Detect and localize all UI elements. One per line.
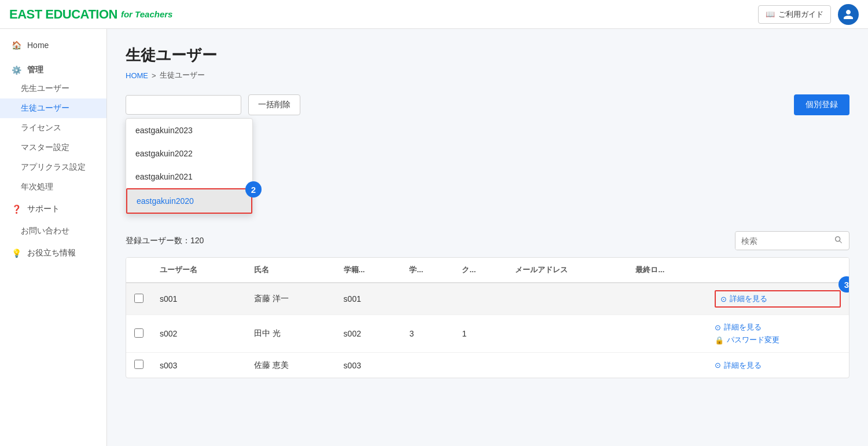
avatar-button[interactable] (838, 4, 859, 25)
row1-gaku (401, 283, 454, 315)
register-button[interactable]: 個別登録 (794, 94, 849, 115)
row1-action-links: ⊙ 詳細を見る (715, 290, 841, 308)
support-icon: ❓ (12, 204, 21, 214)
row1-checkbox-cell (126, 283, 152, 315)
user-count: 登録ユーザー数：120 (126, 236, 204, 246)
col-name: 氏名 (246, 258, 335, 283)
user-table: ユーザー名 氏名 学籍... 学... ク... メールアドレス 最終ロ... (126, 258, 849, 378)
guide-label: ご利用ガイド (778, 9, 823, 20)
row3-gakuseki: s003 (336, 353, 402, 378)
row3-fullname: 佐藤 恵美 (246, 353, 335, 378)
kanri-icon: ⚙️ (12, 65, 21, 75)
appclass-label: アプリクラス設定 (21, 162, 86, 171)
sidebar-item-home[interactable]: 🏠 Home (0, 34, 106, 57)
row1-email (507, 283, 628, 315)
sidebar-item-useful[interactable]: 💡 お役立ち情報 (0, 241, 106, 265)
sidebar-home-label: Home (27, 41, 49, 50)
sidebar-item-master[interactable]: マスター設定 (0, 138, 106, 158)
row2-checkbox-cell (126, 315, 152, 353)
sidebar-item-appclass[interactable]: アプリクラス設定 (0, 158, 106, 177)
col-username: ユーザー名 (152, 258, 246, 283)
sidebar-item-contact[interactable]: お問い合わせ (0, 221, 106, 241)
page-title: 生徒ユーザー (126, 45, 849, 65)
col-gaku: 学... (401, 258, 454, 283)
table-header: ユーザー名 氏名 学籍... 学... ク... メールアドレス 最終ロ... (126, 258, 849, 283)
row3-action-links: ⊙ 詳細を見る (715, 360, 841, 371)
breadcrumb-sep: > (152, 71, 156, 80)
row2-actions: ⊙ 詳細を見る 🔒 パスワード変更 (707, 315, 849, 353)
breadcrumb-current: 生徒ユーザー (160, 70, 205, 81)
row3-detail-link[interactable]: ⊙ 詳細を見る (715, 360, 841, 371)
step3-badge: 3 (838, 276, 849, 293)
search-button[interactable] (828, 232, 849, 250)
year-dropdown-menu: eastgakuin2023 eastgakuin2022 eastgakuin… (126, 118, 253, 214)
row1-detail-link[interactable]: ⊙ 詳細を見る (720, 294, 835, 304)
sidebar-item-nenjishori[interactable]: 年次処理 (0, 177, 106, 197)
row2-password-link[interactable]: 🔒 パスワード変更 (715, 335, 841, 345)
row1-last (627, 283, 707, 315)
row1-fullname: 斎藤 洋一 (246, 283, 335, 315)
nenjishori-label: 年次処理 (21, 182, 53, 191)
seito-label: 生徒ユーザー (21, 103, 69, 112)
dropdown-item-2022[interactable]: eastgakuin2022 (126, 142, 252, 165)
col-checkbox (126, 258, 152, 283)
main-content: 生徒ユーザー HOME > 生徒ユーザー eastgakuin2023 east… (107, 29, 868, 446)
header: EAST EDUCATION for Teachers 📖 ご利用ガイド (0, 0, 868, 29)
sidebar-item-seito[interactable]: 生徒ユーザー (0, 98, 106, 118)
row3-gaku (401, 353, 454, 378)
row2-checkbox[interactable] (134, 328, 144, 338)
row2-ku: 1 (454, 315, 506, 353)
row3-actions: ⊙ 詳細を見る (707, 353, 849, 378)
breadcrumb: HOME > 生徒ユーザー (126, 70, 849, 81)
sidebar-item-kanri[interactable]: ⚙️ 管理 (0, 57, 106, 79)
detail-icon2: ⊙ (715, 323, 721, 332)
sidebar-item-license[interactable]: ライセンス (0, 118, 106, 138)
row2-email (507, 315, 628, 353)
person-icon (843, 9, 854, 20)
sidebar: 🏠 Home ⚙️ 管理 先生ユーザー 生徒ユーザー ライセンス マスター設定 … (0, 29, 107, 446)
row1-username: s001 (152, 283, 246, 315)
row3-last (627, 353, 707, 378)
sensei-label: 先生ユーザー (21, 83, 69, 93)
dropdown-item-2023[interactable]: eastgakuin2023 (126, 119, 252, 142)
search-icon (834, 235, 843, 244)
year-dropdown[interactable] (126, 95, 241, 115)
row2-action-links: ⊙ 詳細を見る 🔒 パスワード変更 (715, 322, 841, 345)
row2-detail-link[interactable]: ⊙ 詳細を見る (715, 322, 841, 332)
step2-badge: 2 (245, 181, 262, 198)
sidebar-item-support[interactable]: ❓ サポート (0, 197, 106, 221)
row1-checkbox[interactable] (134, 294, 144, 303)
row2-gakuseki: s002 (336, 315, 402, 353)
master-label: マスター設定 (21, 142, 69, 152)
search-input[interactable] (735, 232, 828, 250)
guide-button[interactable]: 📖 ご利用ガイド (758, 5, 831, 24)
detail-icon: ⊙ (720, 295, 727, 304)
sidebar-kanri-label: 管理 (27, 65, 43, 75)
row2-last (627, 315, 707, 353)
sidebar-item-sensei[interactable]: 先生ユーザー (0, 79, 106, 98)
col-email: メールアドレス (507, 258, 628, 283)
detail-icon3: ⊙ (715, 361, 721, 370)
table-row: s003 佐藤 恵美 s003 ⊙ 詳細を見る (126, 353, 849, 378)
row3-username: s003 (152, 353, 246, 378)
contact-label: お問い合わせ (21, 226, 69, 235)
col-gakuseki: 学籍... (336, 258, 402, 283)
step3-circle: 3 (838, 276, 849, 293)
dropdown-item-2020[interactable]: eastgakuin2020 2 (126, 188, 252, 214)
logo-teachers-text: for Teachers (121, 9, 172, 19)
table-row: s002 田中 光 s002 3 1 ⊙ 詳細を見る (126, 315, 849, 353)
breadcrumb-home[interactable]: HOME (126, 71, 148, 80)
row3-checkbox[interactable] (134, 360, 144, 369)
row1-gakuseki: s001 (336, 283, 402, 315)
search-box (735, 231, 849, 250)
col-actions (707, 258, 849, 283)
user-table-container: ユーザー名 氏名 学籍... 学... ク... メールアドレス 最終ロ... (126, 257, 849, 378)
useful-icon: 💡 (12, 248, 21, 258)
logo: EAST EDUCATION for Teachers (9, 7, 172, 22)
dropdown-item-2021[interactable]: eastgakuin2021 (126, 165, 252, 188)
toolbar: eastgakuin2023 eastgakuin2022 eastgakuin… (126, 94, 849, 115)
year-dropdown-wrapper: eastgakuin2023 eastgakuin2022 eastgakuin… (126, 95, 241, 115)
row1-actions: ⊙ 詳細を見る 3 (707, 283, 849, 315)
row3-ku (454, 353, 506, 378)
bulk-delete-button[interactable]: 一括削除 (248, 94, 300, 115)
